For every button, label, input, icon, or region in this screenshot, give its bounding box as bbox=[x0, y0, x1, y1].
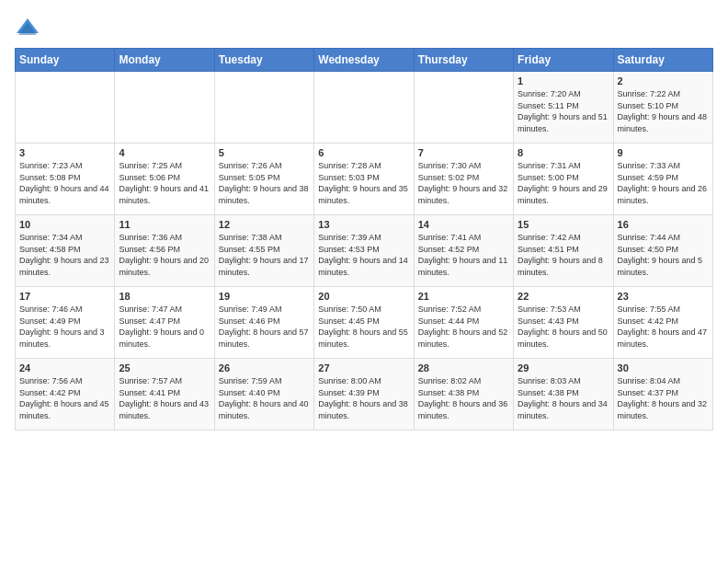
day-number: 8 bbox=[518, 147, 609, 158]
day-number: 23 bbox=[618, 291, 709, 302]
day-info: Sunrise: 7:28 AM Sunset: 5:03 PM Dayligh… bbox=[318, 160, 409, 206]
day-info: Sunrise: 8:04 AM Sunset: 4:37 PM Dayligh… bbox=[618, 375, 709, 421]
day-number: 15 bbox=[518, 219, 609, 230]
day-cell: 27Sunrise: 8:00 AM Sunset: 4:39 PM Dayli… bbox=[314, 359, 414, 431]
header-tuesday: Tuesday bbox=[214, 49, 313, 72]
day-info: Sunrise: 7:33 AM Sunset: 4:59 PM Dayligh… bbox=[618, 160, 709, 206]
day-number: 30 bbox=[618, 362, 709, 373]
day-number: 17 bbox=[19, 291, 110, 302]
day-number: 26 bbox=[219, 362, 310, 373]
day-cell: 2Sunrise: 7:22 AM Sunset: 5:10 PM Daylig… bbox=[613, 72, 712, 144]
day-cell: 11Sunrise: 7:36 AM Sunset: 4:56 PM Dayli… bbox=[115, 215, 214, 287]
day-info: Sunrise: 7:38 AM Sunset: 4:55 PM Dayligh… bbox=[219, 232, 310, 278]
calendar-table: SundayMondayTuesdayWednesdayThursdayFrid… bbox=[15, 48, 713, 431]
week-row-4: 17Sunrise: 7:46 AM Sunset: 4:49 PM Dayli… bbox=[16, 287, 713, 359]
day-info: Sunrise: 7:34 AM Sunset: 4:58 PM Dayligh… bbox=[19, 232, 110, 278]
week-row-2: 3Sunrise: 7:23 AM Sunset: 5:08 PM Daylig… bbox=[16, 144, 713, 215]
day-number: 7 bbox=[418, 147, 509, 158]
calendar-header-row: SundayMondayTuesdayWednesdayThursdayFrid… bbox=[16, 49, 713, 72]
week-row-3: 10Sunrise: 7:34 AM Sunset: 4:58 PM Dayli… bbox=[16, 215, 713, 287]
day-number: 12 bbox=[219, 219, 310, 230]
day-number: 2 bbox=[618, 75, 709, 86]
week-row-1: 1Sunrise: 7:20 AM Sunset: 5:11 PM Daylig… bbox=[16, 72, 713, 144]
day-cell: 23Sunrise: 7:55 AM Sunset: 4:42 PM Dayli… bbox=[613, 287, 712, 359]
day-cell: 6Sunrise: 7:28 AM Sunset: 5:03 PM Daylig… bbox=[314, 144, 414, 215]
day-cell: 4Sunrise: 7:25 AM Sunset: 5:06 PM Daylig… bbox=[115, 144, 214, 215]
logo bbox=[15, 15, 44, 40]
day-cell bbox=[414, 72, 513, 144]
day-cell bbox=[16, 72, 115, 144]
day-cell: 21Sunrise: 7:52 AM Sunset: 4:44 PM Dayli… bbox=[414, 287, 513, 359]
day-info: Sunrise: 7:55 AM Sunset: 4:42 PM Dayligh… bbox=[618, 304, 709, 350]
day-info: Sunrise: 7:26 AM Sunset: 5:05 PM Dayligh… bbox=[219, 160, 310, 206]
day-number: 9 bbox=[618, 147, 709, 158]
day-info: Sunrise: 7:36 AM Sunset: 4:56 PM Dayligh… bbox=[119, 232, 210, 278]
day-info: Sunrise: 7:52 AM Sunset: 4:44 PM Dayligh… bbox=[418, 304, 509, 350]
header-thursday: Thursday bbox=[414, 49, 513, 72]
day-number: 24 bbox=[19, 362, 110, 373]
day-info: Sunrise: 7:42 AM Sunset: 4:51 PM Dayligh… bbox=[518, 232, 609, 278]
day-number: 28 bbox=[418, 362, 509, 373]
day-info: Sunrise: 7:39 AM Sunset: 4:53 PM Dayligh… bbox=[318, 232, 409, 278]
calendar-container: SundayMondayTuesdayWednesdayThursdayFrid… bbox=[0, 0, 728, 438]
header-wednesday: Wednesday bbox=[314, 49, 414, 72]
day-info: Sunrise: 7:20 AM Sunset: 5:11 PM Dayligh… bbox=[518, 88, 609, 134]
day-number: 25 bbox=[119, 362, 210, 373]
day-cell: 24Sunrise: 7:56 AM Sunset: 4:42 PM Dayli… bbox=[16, 359, 115, 431]
header bbox=[15, 15, 713, 40]
day-cell: 10Sunrise: 7:34 AM Sunset: 4:58 PM Dayli… bbox=[16, 215, 115, 287]
day-number: 22 bbox=[518, 291, 609, 302]
header-saturday: Saturday bbox=[613, 49, 712, 72]
logo-icon bbox=[15, 15, 40, 40]
day-info: Sunrise: 7:30 AM Sunset: 5:02 PM Dayligh… bbox=[418, 160, 509, 206]
day-number: 14 bbox=[418, 219, 509, 230]
day-cell: 26Sunrise: 7:59 AM Sunset: 4:40 PM Dayli… bbox=[214, 359, 313, 431]
day-info: Sunrise: 7:31 AM Sunset: 5:00 PM Dayligh… bbox=[518, 160, 609, 206]
day-info: Sunrise: 7:50 AM Sunset: 4:45 PM Dayligh… bbox=[318, 304, 409, 350]
day-cell bbox=[115, 72, 214, 144]
day-number: 27 bbox=[318, 362, 409, 373]
day-cell: 3Sunrise: 7:23 AM Sunset: 5:08 PM Daylig… bbox=[16, 144, 115, 215]
day-cell: 7Sunrise: 7:30 AM Sunset: 5:02 PM Daylig… bbox=[414, 144, 513, 215]
day-number: 13 bbox=[318, 219, 409, 230]
day-info: Sunrise: 7:41 AM Sunset: 4:52 PM Dayligh… bbox=[418, 232, 509, 278]
header-sunday: Sunday bbox=[16, 49, 115, 72]
day-info: Sunrise: 7:47 AM Sunset: 4:47 PM Dayligh… bbox=[119, 304, 210, 350]
day-cell: 5Sunrise: 7:26 AM Sunset: 5:05 PM Daylig… bbox=[214, 144, 313, 215]
day-number: 10 bbox=[19, 219, 110, 230]
day-info: Sunrise: 7:46 AM Sunset: 4:49 PM Dayligh… bbox=[19, 304, 110, 350]
day-cell: 9Sunrise: 7:33 AM Sunset: 4:59 PM Daylig… bbox=[613, 144, 712, 215]
day-number: 21 bbox=[418, 291, 509, 302]
day-info: Sunrise: 8:03 AM Sunset: 4:38 PM Dayligh… bbox=[518, 375, 609, 421]
day-cell: 22Sunrise: 7:53 AM Sunset: 4:43 PM Dayli… bbox=[514, 287, 613, 359]
day-cell: 19Sunrise: 7:49 AM Sunset: 4:46 PM Dayli… bbox=[214, 287, 313, 359]
day-number: 5 bbox=[219, 147, 310, 158]
day-number: 19 bbox=[219, 291, 310, 302]
day-number: 11 bbox=[119, 219, 210, 230]
header-monday: Monday bbox=[115, 49, 214, 72]
day-cell: 29Sunrise: 8:03 AM Sunset: 4:38 PM Dayli… bbox=[514, 359, 613, 431]
day-cell bbox=[314, 72, 414, 144]
day-info: Sunrise: 7:59 AM Sunset: 4:40 PM Dayligh… bbox=[219, 375, 310, 421]
day-info: Sunrise: 7:22 AM Sunset: 5:10 PM Dayligh… bbox=[618, 88, 709, 134]
day-cell: 1Sunrise: 7:20 AM Sunset: 5:11 PM Daylig… bbox=[514, 72, 613, 144]
day-number: 18 bbox=[119, 291, 210, 302]
day-cell: 12Sunrise: 7:38 AM Sunset: 4:55 PM Dayli… bbox=[214, 215, 313, 287]
day-cell: 14Sunrise: 7:41 AM Sunset: 4:52 PM Dayli… bbox=[414, 215, 513, 287]
day-number: 3 bbox=[19, 147, 110, 158]
day-info: Sunrise: 8:00 AM Sunset: 4:39 PM Dayligh… bbox=[318, 375, 409, 421]
day-info: Sunrise: 7:56 AM Sunset: 4:42 PM Dayligh… bbox=[19, 375, 110, 421]
day-info: Sunrise: 8:02 AM Sunset: 4:38 PM Dayligh… bbox=[418, 375, 509, 421]
day-cell: 28Sunrise: 8:02 AM Sunset: 4:38 PM Dayli… bbox=[414, 359, 513, 431]
day-number: 29 bbox=[518, 362, 609, 373]
day-info: Sunrise: 7:49 AM Sunset: 4:46 PM Dayligh… bbox=[219, 304, 310, 350]
day-info: Sunrise: 7:57 AM Sunset: 4:41 PM Dayligh… bbox=[119, 375, 210, 421]
day-cell: 20Sunrise: 7:50 AM Sunset: 4:45 PM Dayli… bbox=[314, 287, 414, 359]
day-info: Sunrise: 7:44 AM Sunset: 4:50 PM Dayligh… bbox=[618, 232, 709, 278]
day-cell: 30Sunrise: 8:04 AM Sunset: 4:37 PM Dayli… bbox=[613, 359, 712, 431]
day-info: Sunrise: 7:53 AM Sunset: 4:43 PM Dayligh… bbox=[518, 304, 609, 350]
day-number: 1 bbox=[518, 75, 609, 86]
day-info: Sunrise: 7:25 AM Sunset: 5:06 PM Dayligh… bbox=[119, 160, 210, 206]
day-cell: 25Sunrise: 7:57 AM Sunset: 4:41 PM Dayli… bbox=[115, 359, 214, 431]
day-cell: 15Sunrise: 7:42 AM Sunset: 4:51 PM Dayli… bbox=[514, 215, 613, 287]
